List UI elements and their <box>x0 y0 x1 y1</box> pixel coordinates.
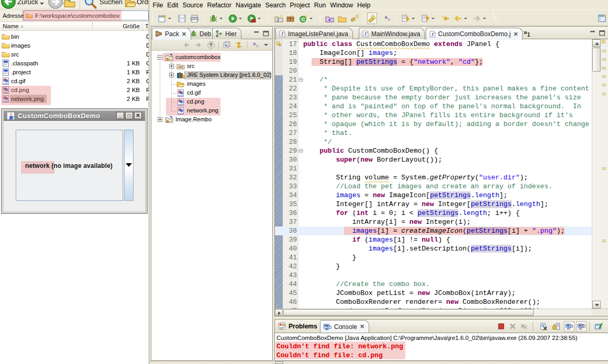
back-button-icon[interactable] <box>1 0 16 9</box>
forward-button-icon[interactable] <box>48 0 63 9</box>
maximize-editor-icon[interactable] <box>599 29 605 35</box>
minimize-editor-icon[interactable] <box>590 29 596 35</box>
overview-mark[interactable] <box>602 58 606 61</box>
close-tab-icon[interactable]: ✕ <box>360 323 364 330</box>
mark-occurrences-toggle[interactable] <box>367 13 377 24</box>
menu-navigate[interactable]: Navigate <box>234 1 263 9</box>
file-name[interactable]: bin <box>11 33 19 40</box>
folders-icon[interactable] <box>125 0 137 9</box>
fold-collapse-icon[interactable] <box>299 149 303 153</box>
menu-help[interactable]: Help <box>356 1 372 9</box>
tree-expander-minus[interactable] <box>158 55 162 60</box>
tab-problems[interactable]: Problems <box>278 322 317 330</box>
combobox-dropdown-button[interactable] <box>124 130 134 201</box>
dropdown-arrow-icon[interactable] <box>464 18 467 19</box>
new-java-project-button[interactable]: J <box>274 13 283 24</box>
tree-item-label[interactable]: network.png <box>187 107 218 113</box>
dropdown-arrow-icon[interactable] <box>219 18 223 19</box>
previous-annotation-button[interactable] <box>421 13 435 24</box>
back-dropdown-icon[interactable] <box>40 3 44 5</box>
up-folder-icon[interactable] <box>64 0 75 8</box>
tab-console[interactable]: Console✕ <box>320 320 369 333</box>
collapse-all-icon[interactable] <box>223 41 231 49</box>
run-button[interactable] <box>228 13 242 24</box>
minimize-button[interactable]: _ <box>116 112 124 119</box>
tree-item-label[interactable]: src <box>187 63 195 69</box>
file-row[interactable]: binD <box>0 32 149 41</box>
tree-item-label[interactable]: Image.Rembo <box>175 116 212 122</box>
display-selected-console-button[interactable] <box>576 321 587 332</box>
file-row[interactable]: imagesD <box>0 41 149 50</box>
link-with-editor-icon[interactable] <box>235 41 243 49</box>
open-type-button[interactable] <box>325 13 334 24</box>
dropdown-arrow-icon[interactable] <box>412 18 415 19</box>
menu-file[interactable]: File <box>151 1 165 9</box>
editor-horizontal-scrollbar[interactable] <box>275 309 592 316</box>
debug-button[interactable] <box>209 13 223 24</box>
last-edit-location-button[interactable] <box>441 13 450 24</box>
dropdown-arrow-icon[interactable] <box>239 18 242 19</box>
search-label[interactable]: Suchen <box>100 0 123 6</box>
pin-console-button[interactable] <box>564 321 574 332</box>
overview-annotations-icon[interactable] <box>602 40 607 45</box>
tree-item[interactable]: images <box>151 80 272 89</box>
tab-label[interactable]: Deb <box>200 30 211 38</box>
menu-refactor[interactable]: Refactor <box>205 1 233 9</box>
file-name[interactable]: src <box>11 51 19 58</box>
forward-icon[interactable] <box>194 41 202 49</box>
print-button[interactable] <box>190 13 199 24</box>
tree-item[interactable]: network.png <box>151 107 272 116</box>
clear-console-button[interactable] <box>539 322 548 331</box>
tree-expander-plus[interactable] <box>169 64 174 69</box>
external-tools-button[interactable] <box>247 13 261 24</box>
file-name[interactable]: .project <box>11 69 31 75</box>
minimize-view-icon[interactable] <box>253 29 260 35</box>
tree-item-label[interactable]: JRE System Library [jre1.6.0_02] <box>187 72 271 78</box>
tree-item[interactable]: cd.png <box>151 98 272 107</box>
menu-run[interactable]: Run <box>312 1 328 9</box>
menu-source[interactable]: Source <box>181 1 205 9</box>
overview-mark[interactable] <box>602 75 606 78</box>
tree-item[interactable]: !Image.Rembo <box>151 116 272 124</box>
view-tab-pack[interactable]: Pack✕ <box>152 28 191 40</box>
tab-label[interactable]: Hier <box>225 30 237 38</box>
file-row[interactable]: .project1 KBP <box>0 68 149 77</box>
combobox-display[interactable]: network (no image available) <box>16 130 123 201</box>
console-scrollbar-stub[interactable] <box>275 361 283 364</box>
editor-vertical-scrollbar[interactable] <box>592 39 601 309</box>
tree-expander-plus[interactable] <box>158 117 162 122</box>
scrollbar-thumb[interactable] <box>283 309 534 316</box>
scroll-up-button[interactable] <box>592 39 601 47</box>
new-class-button[interactable]: C <box>299 13 313 24</box>
file-name[interactable]: cd.gif <box>11 78 26 84</box>
demo-title-bar[interactable]: CustomComboBoxDemo _ □ ✕ <box>4 111 145 121</box>
scroll-lock-button[interactable] <box>552 322 560 331</box>
dropdown-arrow-icon[interactable] <box>258 18 261 19</box>
overview-mark[interactable] <box>602 167 606 170</box>
editor-content[interactable]: 17public class CustomComboBoxDemo extend… <box>275 39 608 309</box>
tree-expander-plus[interactable] <box>169 73 174 77</box>
close-button[interactable]: ✕ <box>134 112 142 119</box>
tree-item-label[interactable]: customcombobox <box>175 54 220 60</box>
editor-overview-ruler[interactable] <box>601 39 608 309</box>
view-tab-hier[interactable]: Hier <box>212 28 241 39</box>
code-area[interactable]: 17public class CustomComboBoxDemo extend… <box>275 39 592 309</box>
tab-overflow-chevron[interactable]: »1 <box>524 28 530 38</box>
search-icon[interactable] <box>84 0 97 9</box>
open-resource-button[interactable] <box>338 13 347 24</box>
tree-item[interactable]: JRE System Library [jre1.6.0_02] <box>151 71 272 80</box>
scroll-down-button[interactable] <box>592 301 601 309</box>
tree-item-label[interactable]: cd.png <box>187 98 204 105</box>
up-icon[interactable] <box>207 41 215 49</box>
editor-tab[interactable]: JCustomComboBoxDemo.j✕ <box>426 28 523 40</box>
file-name[interactable]: images <box>11 42 30 49</box>
tree-item[interactable]: !customcombobox <box>151 53 272 62</box>
editor-tab[interactable]: JMainWindow.java <box>359 28 425 39</box>
dropdown-arrow-icon[interactable] <box>483 18 486 19</box>
editor-tab-label[interactable]: ImageListePanel.java <box>288 30 348 38</box>
tree-item-label[interactable]: cd.gif <box>187 89 201 96</box>
dropdown-arrow-icon[interactable] <box>432 18 435 19</box>
remove-all-terminated-button[interactable] <box>520 322 528 331</box>
overview-mark[interactable] <box>602 84 606 86</box>
folders-label[interactable]: Ordner <box>137 0 149 6</box>
